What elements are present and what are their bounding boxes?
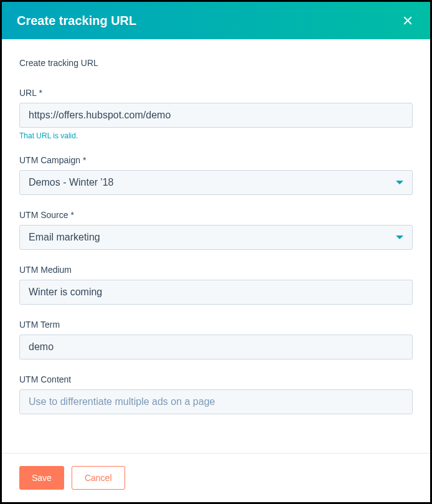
utm-medium-input[interactable] bbox=[19, 280, 413, 305]
utm-campaign-field-group: UTM Campaign * Demos - Winter '18 bbox=[19, 155, 413, 195]
utm-source-value: Email marketing bbox=[29, 232, 100, 243]
utm-term-field-group: UTM Term bbox=[19, 320, 413, 359]
caret-down-icon bbox=[396, 235, 403, 239]
utm-term-input[interactable] bbox=[19, 335, 413, 359]
url-validation-message: That URL is valid. bbox=[19, 131, 413, 140]
save-button[interactable]: Save bbox=[19, 466, 64, 490]
utm-campaign-value: Demos - Winter '18 bbox=[29, 177, 113, 188]
utm-medium-label: UTM Medium bbox=[19, 265, 413, 275]
utm-campaign-select[interactable]: Demos - Winter '18 bbox=[19, 170, 413, 195]
dialog-header: Create tracking URL bbox=[2, 2, 430, 39]
close-icon bbox=[402, 15, 413, 26]
utm-medium-field-group: UTM Medium bbox=[19, 265, 413, 305]
close-button[interactable] bbox=[400, 13, 415, 28]
utm-source-select[interactable]: Email marketing bbox=[19, 225, 413, 250]
utm-content-field-group: UTM Content bbox=[19, 374, 413, 414]
dialog-content: Create tracking URL URL * That URL is va… bbox=[2, 39, 430, 453]
utm-content-label: UTM Content bbox=[19, 374, 413, 384]
dialog-title: Create tracking URL bbox=[17, 14, 136, 28]
caret-down-icon bbox=[396, 181, 403, 184]
utm-source-field-group: UTM Source * Email marketing bbox=[19, 210, 413, 250]
utm-term-label: UTM Term bbox=[19, 320, 413, 330]
url-input[interactable] bbox=[19, 103, 413, 128]
utm-source-label: UTM Source * bbox=[19, 210, 413, 220]
url-label: URL * bbox=[19, 88, 413, 98]
utm-content-input[interactable] bbox=[19, 389, 413, 414]
cancel-button[interactable]: Cancel bbox=[72, 466, 125, 490]
dialog-footer: Save Cancel bbox=[2, 453, 430, 502]
utm-campaign-label: UTM Campaign * bbox=[19, 155, 413, 165]
dialog-subtitle: Create tracking URL bbox=[19, 58, 413, 68]
url-field-group: URL * That URL is valid. bbox=[19, 88, 413, 140]
